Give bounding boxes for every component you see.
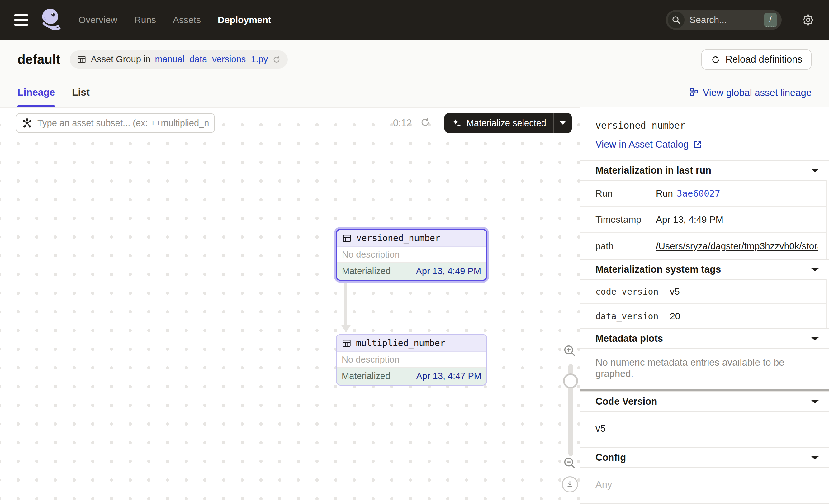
config-value: Any (580, 467, 829, 503)
view-in-asset-catalog-label: View in Asset Catalog (596, 139, 689, 150)
settings-gear-icon[interactable] (802, 13, 815, 27)
page-header: default Asset Group in manual_data_versi… (0, 40, 829, 79)
asset-node-versioned-number[interactable]: versioned_number No description Material… (336, 229, 488, 281)
view-in-asset-catalog-link[interactable]: View in Asset Catalog (596, 139, 814, 150)
chevron-down-icon (810, 336, 820, 341)
asset-node-multiplied-number[interactable]: multiplied_number No description Materia… (336, 334, 488, 386)
table-row-data-version: data_version 20 (580, 304, 826, 328)
asset-subset-input[interactable] (37, 118, 209, 128)
asset-table-icon (342, 233, 352, 243)
search-icon (668, 11, 685, 28)
chevron-down-icon (810, 456, 820, 460)
zoom-in-icon[interactable] (563, 344, 577, 359)
lineage-graph-icon (689, 87, 698, 97)
section-title: Materialization in last run (596, 165, 711, 176)
nav-item-deployment[interactable]: Deployment (218, 15, 271, 25)
asset-group-label: Asset Group in (91, 54, 151, 65)
hamburger-menu-icon[interactable] (14, 14, 28, 26)
top-navbar: Overview Runs Assets Deployment / (0, 0, 829, 40)
refresh-icon[interactable] (272, 55, 281, 64)
code-version-value: v5 (580, 411, 829, 447)
row-label: data_version (580, 304, 662, 328)
zoom-slider-thumb[interactable] (563, 373, 578, 389)
asset-node-description: No description (337, 247, 486, 262)
asset-node-name: multiplied_number (356, 338, 445, 348)
external-link-icon (693, 140, 702, 149)
system-tags-table: code_version v5 data_version 20 (580, 279, 827, 328)
nav-item-overview[interactable]: Overview (78, 15, 117, 25)
row-label: path (580, 233, 648, 259)
section-header-metadata-plots[interactable]: Metadata plots (580, 328, 829, 348)
path-link[interactable]: /Users/sryza/dagster/tmp3hzzvh0k/storag (656, 241, 819, 251)
asset-node-name: versioned_number (356, 233, 440, 243)
reload-icon (711, 55, 721, 65)
lineage-edge (345, 281, 347, 325)
search-shortcut-badge: / (764, 13, 777, 27)
materialize-selected-button[interactable]: Materialize selected (444, 113, 572, 133)
asset-node-description: No description (337, 352, 486, 367)
graph-refresh-icon[interactable] (420, 117, 430, 128)
last-run-table: Run Run 3ae60027 Timestamp Apr 13, 4:49 … (580, 180, 827, 259)
main-nav: Overview Runs Assets Deployment (78, 15, 271, 25)
asset-group-pill: Asset Group in manual_data_versions_1.py (70, 50, 288, 69)
row-label: code_version (580, 280, 662, 303)
row-value: 20 (662, 304, 826, 328)
section-divider (580, 389, 829, 391)
nav-item-runs[interactable]: Runs (134, 15, 156, 25)
run-id-link[interactable]: 3ae60027 (677, 188, 720, 199)
reload-definitions-button[interactable]: Reload definitions (701, 49, 812, 70)
panel-asset-title: versioned_number (596, 120, 814, 131)
materialize-selected-label: Materialize selected (467, 118, 546, 128)
asset-group-icon (77, 55, 86, 65)
section-header-code-version[interactable]: Code Version (580, 391, 829, 411)
page-title: default (17, 52, 61, 67)
section-header-system-tags[interactable]: Materialization system tags (580, 259, 829, 279)
lineage-graph-canvas[interactable]: 0:12 Materialize selected (0, 107, 580, 504)
chevron-down-icon (810, 399, 820, 404)
zoom-out-icon[interactable] (563, 456, 577, 471)
table-row-run: Run Run 3ae60027 (580, 181, 826, 207)
row-label: Run (580, 181, 648, 206)
section-title: Materialization system tags (596, 264, 721, 275)
table-row-path: path /Users/sryza/dagster/tmp3hzzvh0k/st… (580, 233, 826, 259)
nav-item-assets[interactable]: Assets (173, 15, 201, 25)
table-row-timestamp: Timestamp Apr 13, 4:49 PM (580, 207, 826, 233)
table-row-code-version: code_version v5 (580, 280, 826, 304)
section-title: Config (596, 452, 626, 463)
section-title: Code Version (596, 396, 657, 407)
sparkle-icon (451, 118, 462, 128)
lineage-edge-arrowhead (341, 325, 351, 333)
section-header-config[interactable]: Config (580, 447, 829, 467)
timestamp-value: Apr 13, 4:49 PM (648, 207, 826, 232)
global-search[interactable]: / (666, 10, 782, 30)
tab-lineage[interactable]: Lineage (17, 79, 55, 107)
row-label: Timestamp (580, 207, 648, 232)
chevron-down-icon (810, 267, 820, 272)
asset-subset-filter[interactable] (15, 113, 215, 133)
materialize-dropdown-caret[interactable] (554, 113, 572, 133)
asset-node-timestamp[interactable]: Apr 13, 4:49 PM (416, 266, 481, 276)
metadata-plots-empty-message: No numeric metadata entries available to… (580, 348, 829, 389)
chevron-down-icon (810, 168, 820, 173)
asset-detail-panel: versioned_number View in Asset Catalog M… (580, 107, 829, 504)
asset-node-timestamp[interactable]: Apr 13, 4:47 PM (416, 371, 481, 381)
section-title: Metadata plots (596, 333, 663, 344)
download-graph-icon[interactable] (562, 476, 578, 493)
dagster-logo-icon[interactable] (39, 7, 64, 33)
reload-definitions-label: Reload definitions (726, 54, 802, 65)
view-global-asset-lineage-link[interactable]: View global asset lineage (689, 79, 812, 107)
refresh-timer: 0:12 (393, 117, 412, 129)
asset-node-status: Materialized (341, 371, 390, 381)
asset-group-file-link[interactable]: manual_data_versions_1.py (155, 54, 268, 65)
run-value-prefix: Run (656, 188, 673, 199)
search-input[interactable] (689, 15, 759, 25)
view-tabs: Lineage List View global asset lineage (0, 79, 829, 107)
row-value: v5 (662, 280, 826, 303)
op-selector-icon (22, 118, 32, 128)
tab-list[interactable]: List (72, 79, 90, 107)
section-header-materialization-last-run[interactable]: Materialization in last run (580, 160, 829, 180)
asset-node-status: Materialized (342, 266, 391, 276)
view-global-asset-lineage-label: View global asset lineage (703, 87, 812, 99)
asset-table-icon (341, 338, 352, 348)
